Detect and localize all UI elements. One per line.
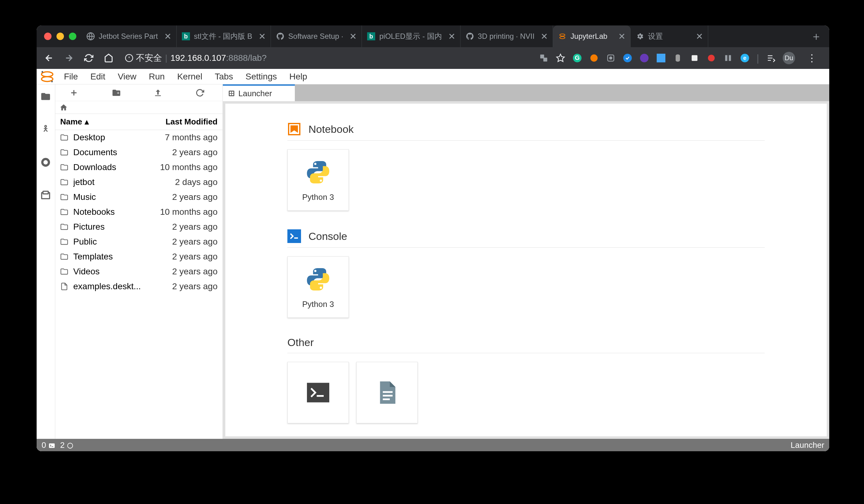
file-row[interactable]: Videos2 years ago: [55, 264, 223, 279]
browser-tab[interactable]: bstl文件 - 国内版 B✕: [177, 25, 271, 47]
extension-ie-icon[interactable]: e: [740, 53, 750, 63]
activity-bar: [37, 84, 55, 439]
menu-view[interactable]: View: [111, 72, 142, 82]
menu-kernel[interactable]: Kernel: [171, 72, 208, 82]
browser-tab[interactable]: JupyterLab✕: [553, 25, 631, 47]
close-tab-icon[interactable]: ✕: [446, 31, 455, 41]
home-button[interactable]: [100, 49, 117, 67]
reading-list-icon[interactable]: [766, 53, 776, 63]
browser-tab[interactable]: Jetbot Series Part✕: [81, 25, 177, 47]
close-tab-icon[interactable]: ✕: [162, 31, 171, 41]
file-row[interactable]: jetbot2 days ago: [55, 175, 223, 190]
close-tab-icon[interactable]: ✕: [616, 31, 625, 41]
back-button[interactable]: [40, 49, 58, 67]
extension-icon-10[interactable]: [723, 53, 733, 63]
new-launcher-button[interactable]: [70, 89, 82, 97]
extension-icon-4[interactable]: [623, 53, 633, 63]
file-modified: 2 years ago: [172, 222, 218, 232]
main-area: Launcher NotebookPython 3ConsolePython 3…: [223, 84, 829, 439]
jupyter-icon: [558, 32, 567, 41]
refresh-button[interactable]: [195, 88, 208, 97]
folder-icon: [60, 208, 70, 216]
col-modified-header[interactable]: Last Modified: [165, 117, 218, 127]
github-icon: [466, 32, 474, 41]
close-tab-icon[interactable]: ✕: [538, 31, 548, 41]
browser-tab[interactable]: Software Setup ·✕: [271, 25, 362, 47]
profile-button[interactable]: Du: [783, 52, 795, 64]
forward-button[interactable]: [60, 49, 77, 67]
menu-tabs[interactable]: Tabs: [208, 72, 239, 82]
tabs-tab-icon[interactable]: [40, 190, 51, 201]
file-row[interactable]: Downloads10 months ago: [55, 160, 223, 175]
file-row[interactable]: Public2 years ago: [55, 234, 223, 249]
globe-icon: [86, 32, 95, 41]
tab-title: Jetbot Series Part: [99, 32, 158, 41]
file-row[interactable]: Notebooks10 months ago: [55, 205, 223, 219]
close-tab-icon[interactable]: ✕: [693, 31, 703, 41]
svg-point-6: [560, 37, 565, 39]
file-row[interactable]: Templates2 years ago: [55, 249, 223, 264]
commands-tab-icon[interactable]: [40, 157, 51, 168]
extension-icon-5[interactable]: [639, 53, 649, 63]
card-label: Python 3: [302, 192, 334, 202]
svg-point-32: [41, 77, 53, 82]
close-tab-icon[interactable]: ✕: [347, 31, 357, 41]
file-row[interactable]: Music2 years ago: [55, 190, 223, 205]
file-row[interactable]: Pictures2 years ago: [55, 219, 223, 234]
url-rest: :8888/lab?: [226, 53, 267, 63]
svg-rect-51: [230, 94, 231, 95]
extension-icon-2[interactable]: [589, 53, 599, 63]
window-minimize-button[interactable]: [57, 33, 64, 40]
browser-tab[interactable]: 设置✕: [631, 25, 708, 47]
menu-file[interactable]: File: [58, 72, 84, 82]
launcher-tab[interactable]: Launcher: [223, 84, 295, 101]
menu-help[interactable]: Help: [283, 72, 313, 82]
status-terminals[interactable]: 0: [41, 440, 55, 450]
menu-settings[interactable]: Settings: [239, 72, 283, 82]
svg-rect-48: [229, 91, 234, 96]
cards-row: Python 3: [287, 141, 765, 211]
file-row[interactable]: Desktop7 months ago: [55, 130, 223, 145]
file-row[interactable]: Documents2 years ago: [55, 145, 223, 160]
file-browser-tab-icon[interactable]: [40, 91, 51, 103]
new-folder-button[interactable]: +: [112, 88, 124, 97]
reload-button[interactable]: [80, 49, 97, 67]
file-modified: 2 years ago: [172, 147, 218, 157]
launcher-card[interactable]: Python 3: [287, 256, 349, 318]
menu-run[interactable]: Run: [143, 72, 171, 82]
extension-icon-9[interactable]: [706, 53, 716, 63]
svg-rect-61: [383, 395, 393, 396]
browser-tabs: Jetbot Series Part✕bstl文件 - 国内版 B✕Softwa…: [81, 25, 803, 47]
window-close-button[interactable]: [44, 33, 51, 40]
file-name: Pictures: [73, 222, 172, 232]
file-name: Documents: [73, 147, 172, 157]
extension-evernote-icon[interactable]: [673, 53, 683, 63]
launcher-card[interactable]: [356, 362, 418, 423]
window-maximize-button[interactable]: [69, 33, 76, 40]
extension-icon-6[interactable]: [656, 53, 666, 63]
url-box[interactable]: 不安全 | 192.168.0.107:8888/lab?: [120, 52, 532, 64]
upload-button[interactable]: [154, 88, 166, 97]
breadcrumb-home[interactable]: [55, 101, 223, 113]
col-name-header[interactable]: Name ▴: [60, 117, 165, 127]
svg-rect-25: [729, 55, 731, 61]
running-tab-icon[interactable]: [40, 124, 51, 135]
folder-icon: [60, 178, 70, 186]
extension-icon-8[interactable]: [689, 53, 699, 63]
file-name: Desktop: [73, 133, 165, 142]
new-tab-button[interactable]: ＋: [803, 29, 829, 44]
translate-icon[interactable]: [539, 53, 549, 63]
url-separator: |: [165, 53, 167, 63]
launcher-card[interactable]: [287, 362, 349, 423]
file-row[interactable]: examples.deskt...2 years ago: [55, 279, 223, 294]
launcher-card[interactable]: Python 3: [287, 149, 349, 211]
close-tab-icon[interactable]: ✕: [256, 31, 266, 41]
bookmark-star-icon[interactable]: [555, 53, 565, 63]
extension-icon-3[interactable]: [606, 53, 616, 63]
menu-edit[interactable]: Edit: [84, 72, 111, 82]
status-kernels[interactable]: 2: [60, 440, 74, 450]
browser-tab[interactable]: 3D printing · NVII✕: [460, 25, 553, 47]
browser-menu-button[interactable]: ⋮: [802, 52, 822, 64]
extension-grammarly-icon[interactable]: G: [572, 53, 582, 63]
browser-tab[interactable]: bpiOLED显示 - 国内✕: [362, 25, 460, 47]
